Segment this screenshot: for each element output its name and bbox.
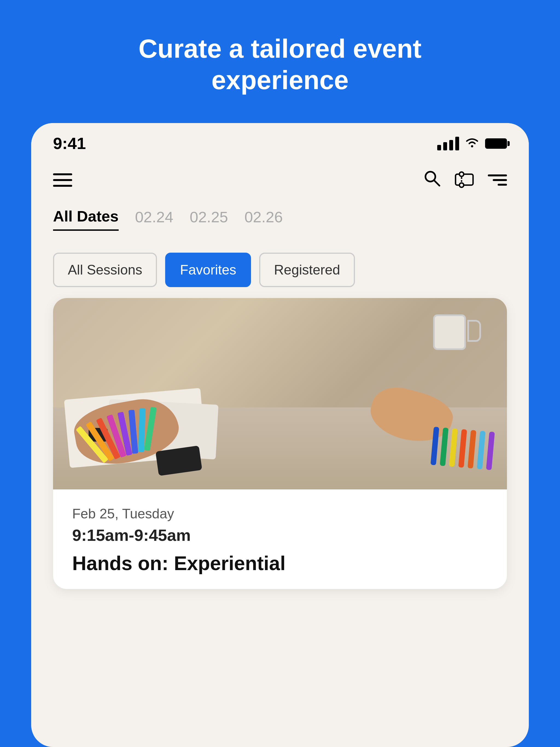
battery-icon: [485, 138, 507, 149]
date-tabs: All Dates 02.24 02.25 02.26: [31, 202, 529, 242]
status-bar: 9:41: [31, 123, 529, 158]
hamburger-line-1: [53, 173, 72, 175]
wifi-icon: [464, 136, 480, 152]
svg-point-5: [459, 183, 464, 187]
svg-point-4: [459, 172, 464, 176]
event-info: Feb 25, Tuesday 9:15am-9:45am Hands on: …: [53, 489, 507, 589]
registered-button[interactable]: Registered: [259, 253, 355, 287]
tab-all-dates[interactable]: All Dates: [53, 207, 119, 231]
event-title: Hands on: Experiential: [72, 551, 488, 575]
toolbar: [31, 158, 529, 202]
svg-rect-3: [456, 174, 473, 185]
event-date: Feb 25, Tuesday: [72, 506, 488, 522]
session-filters: All Sessions Favorites Registered: [31, 242, 529, 298]
svg-point-0: [471, 145, 473, 147]
status-icons: [437, 136, 507, 152]
tab-0226[interactable]: 02.26: [245, 208, 283, 230]
filter-button[interactable]: [488, 175, 507, 186]
signal-icon: [437, 137, 459, 150]
filter-line-2: [493, 179, 507, 181]
tab-0224[interactable]: 02.24: [135, 208, 173, 230]
favorites-button[interactable]: Favorites: [165, 253, 251, 287]
ticket-button[interactable]: [455, 170, 474, 190]
event-time: 9:15am-9:45am: [72, 526, 488, 545]
toolbar-right: [423, 169, 507, 191]
hamburger-line-2: [53, 179, 72, 181]
event-card[interactable]: Feb 25, Tuesday 9:15am-9:45am Hands on: …: [53, 298, 507, 589]
menu-button[interactable]: [53, 173, 72, 187]
hamburger-line-3: [53, 185, 72, 187]
filter-line-1: [488, 175, 507, 176]
tab-0225[interactable]: 02.25: [190, 208, 228, 230]
search-button[interactable]: [423, 169, 441, 191]
event-image: [53, 298, 507, 489]
svg-line-2: [434, 180, 439, 186]
phone-frame: 9:41: [31, 123, 529, 747]
all-sessions-button[interactable]: All Sessions: [53, 253, 157, 287]
page-header: Curate a tailored event experience: [61, 0, 499, 123]
status-time: 9:41: [53, 134, 86, 153]
filter-line-3: [498, 184, 507, 186]
